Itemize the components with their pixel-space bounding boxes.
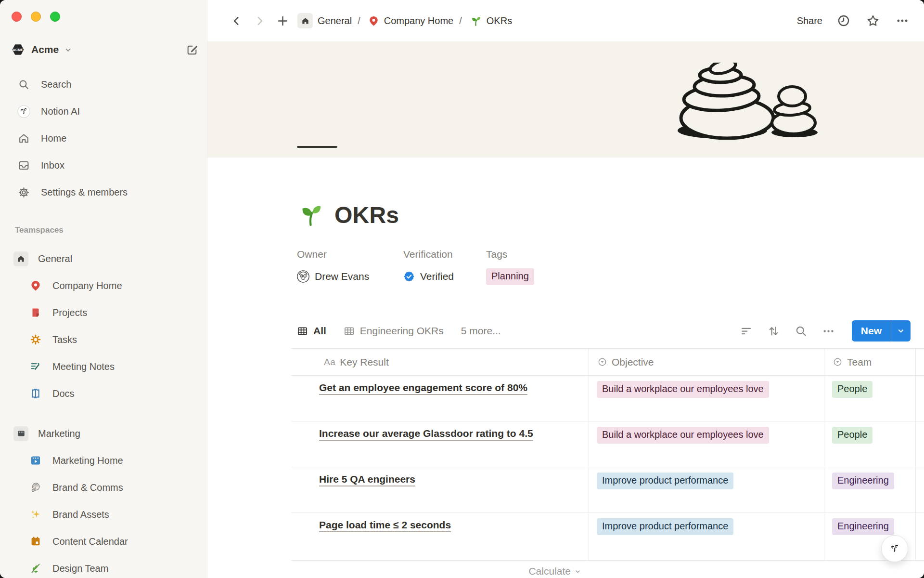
close-window-button[interactable] xyxy=(12,12,22,22)
sidebar-item-projects[interactable]: Projects xyxy=(0,299,207,326)
breadcrumb-separator: / xyxy=(459,15,462,26)
sidebar-item-label: Inbox xyxy=(41,160,64,171)
notion-ai-icon xyxy=(887,541,902,556)
calculate-button[interactable]: Calculate xyxy=(291,565,589,577)
filter-icon[interactable] xyxy=(738,323,755,339)
sidebar-item-company-home[interactable]: Company Home xyxy=(0,272,207,299)
breadcrumb-okrs[interactable]: OKRs xyxy=(470,15,512,27)
seedling-icon[interactable] xyxy=(297,201,324,228)
tab-all[interactable]: All xyxy=(297,325,326,337)
sidebar-item-search[interactable]: Search xyxy=(0,71,207,98)
property-label: Owner xyxy=(297,249,403,260)
avatar xyxy=(297,270,309,283)
page-cover[interactable] xyxy=(207,41,924,158)
chevron-down-icon xyxy=(574,568,581,575)
sidebar-item-design-team[interactable]: Design Team xyxy=(0,555,207,578)
column-header-label: Key Result xyxy=(340,356,389,368)
new-button-dropdown[interactable] xyxy=(891,320,911,342)
breadcrumb-company-home[interactable]: Company Home / xyxy=(368,15,463,26)
workspace-switcher[interactable]: ACME Acme xyxy=(12,39,198,61)
page-title[interactable]: OKRs xyxy=(334,202,399,228)
sidebar-item-brand-comms[interactable]: Brand & Comms xyxy=(0,474,207,501)
table-row: Page load time ≤ 2 seconds Improve produ… xyxy=(291,513,924,561)
window-controls xyxy=(12,12,60,22)
owner-name: Drew Evans xyxy=(315,271,369,282)
verified-badge-icon xyxy=(403,271,415,282)
sidebar-item-label: Projects xyxy=(52,307,87,318)
search-icon[interactable] xyxy=(793,323,809,339)
view-tabs: All Engineering OKRs 5 more... xyxy=(297,325,501,337)
share-button[interactable]: Share xyxy=(797,15,822,26)
tab-label: Engineering OKRs xyxy=(360,325,444,337)
column-header-team[interactable]: Team xyxy=(824,349,916,375)
table-view-icon xyxy=(297,326,308,337)
okr-table: Aa Key Result Objective Team xyxy=(291,348,924,561)
key-result-link[interactable]: Get an employee engagement score of 80% xyxy=(319,382,527,393)
new-button-label[interactable]: New xyxy=(852,320,891,342)
key-result-link[interactable]: Hire 5 QA engineers xyxy=(319,473,415,485)
breadcrumb-label: OKRs xyxy=(487,15,512,26)
sidebar-item-content-calendar[interactable]: Content Calendar xyxy=(0,528,207,555)
team-tag[interactable]: People xyxy=(832,381,873,398)
main-area: General / Company Home / OKRs xyxy=(207,0,924,578)
sidebar-item-inbox[interactable]: Inbox xyxy=(0,152,207,179)
key-result-link[interactable]: Increase our average Glassdoor rating to… xyxy=(319,428,533,439)
sidebar-item-marketing-home[interactable]: Marketing Home xyxy=(0,447,207,474)
tag-planning[interactable]: Planning xyxy=(486,268,534,285)
key-result-link[interactable]: Page load time ≤ 2 seconds xyxy=(319,519,451,530)
table-view-icon xyxy=(344,326,355,337)
home-chip-icon xyxy=(13,251,28,266)
zoom-window-button[interactable] xyxy=(50,12,60,22)
forward-icon[interactable] xyxy=(251,13,268,29)
property-label: Tags xyxy=(486,249,534,260)
select-type-icon xyxy=(833,357,843,367)
sort-icon[interactable] xyxy=(766,323,782,339)
back-icon[interactable] xyxy=(228,13,244,29)
notion-ai-floating-button[interactable] xyxy=(881,535,908,562)
team-tag[interactable]: Engineering xyxy=(832,473,894,489)
favorite-star-icon[interactable] xyxy=(865,13,881,29)
seedling-icon xyxy=(470,15,482,27)
home-icon xyxy=(17,132,30,144)
team-tag[interactable]: Engineering xyxy=(832,518,894,535)
column-header-key-result[interactable]: Aa Key Result xyxy=(291,349,589,375)
property-owner[interactable]: Owner Drew Evans xyxy=(297,249,403,285)
objective-tag[interactable]: Improve product performance xyxy=(597,473,733,489)
sidebar-item-marketing[interactable]: Marketing xyxy=(0,420,207,447)
clock-icon[interactable] xyxy=(835,13,852,29)
breadcrumb-separator: / xyxy=(358,15,360,26)
new-record-button[interactable]: New xyxy=(852,320,911,342)
property-verification[interactable]: Verification Verified xyxy=(403,249,486,285)
sidebar-item-tasks[interactable]: Tasks xyxy=(0,326,207,353)
settings-gear-icon xyxy=(17,186,30,198)
new-page-plus-icon[interactable] xyxy=(274,13,291,29)
sidebar-item-brand-assets[interactable]: Brand Assets xyxy=(0,501,207,528)
tab-more-views[interactable]: 5 more... xyxy=(461,325,501,337)
chevron-down-icon xyxy=(64,45,73,54)
meeting-notes-icon xyxy=(29,361,42,372)
sidebar-item-notion-ai[interactable]: Notion AI xyxy=(0,98,207,125)
active-tab-underline xyxy=(297,146,337,148)
objective-tag[interactable]: Build a workplace our employees love xyxy=(597,427,769,444)
sidebar-item-settings[interactable]: Settings & members xyxy=(0,179,207,206)
team-tag[interactable]: People xyxy=(832,427,873,444)
more-options-icon[interactable] xyxy=(894,13,911,29)
breadcrumb-label: Company Home xyxy=(384,15,454,26)
sidebar-item-meeting-notes[interactable]: Meeting Notes xyxy=(0,353,207,380)
sidebar-item-home[interactable]: Home xyxy=(0,125,207,152)
search-icon xyxy=(17,79,30,91)
breadcrumb-general[interactable]: General / xyxy=(297,13,361,28)
home-chip-icon xyxy=(297,13,313,28)
sparkles-icon xyxy=(29,509,42,520)
page-properties: Owner Drew Evans Verification Verified xyxy=(297,249,534,285)
compose-icon[interactable] xyxy=(186,44,198,56)
column-header-objective[interactable]: Objective xyxy=(589,349,824,375)
tab-engineering-okrs[interactable]: Engineering OKRs xyxy=(344,325,444,337)
sidebar-item-docs[interactable]: Docs xyxy=(0,380,207,407)
sidebar-item-general[interactable]: General xyxy=(0,245,207,272)
objective-tag[interactable]: Improve product performance xyxy=(597,518,733,535)
view-options-icon[interactable] xyxy=(821,323,837,339)
minimize-window-button[interactable] xyxy=(31,12,41,22)
objective-tag[interactable]: Build a workplace our employees love xyxy=(597,381,769,398)
property-tags[interactable]: Tags Planning xyxy=(486,249,534,285)
